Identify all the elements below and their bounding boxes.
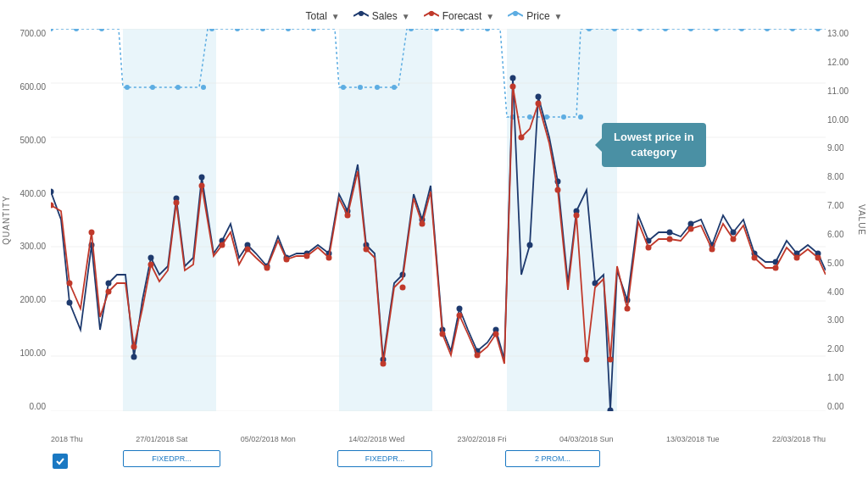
- main-chart-svg: [51, 29, 826, 411]
- svg-point-125: [752, 255, 758, 261]
- legend-forecast[interactable]: Forecast ▼: [424, 10, 495, 22]
- svg-point-17: [125, 85, 130, 90]
- y-axis-left-title: QUANTITY: [0, 29, 12, 411]
- svg-point-98: [245, 247, 251, 253]
- svg-point-117: [584, 357, 590, 363]
- svg-point-101: [304, 253, 310, 259]
- svg-point-109: [457, 313, 463, 319]
- y-axis-right: 13.00 12.00 11.00 10.00 9.00 8.00 7.00 6…: [822, 29, 856, 411]
- svg-point-107: [420, 221, 426, 227]
- svg-point-26: [341, 85, 346, 90]
- svg-point-72: [510, 75, 516, 81]
- svg-point-90: [67, 281, 73, 287]
- svg-point-37: [561, 114, 566, 120]
- svg-point-104: [364, 247, 370, 253]
- svg-point-100: [284, 257, 290, 263]
- svg-point-29: [392, 85, 397, 90]
- svg-point-43: [688, 29, 693, 31]
- svg-point-82: [688, 221, 694, 227]
- svg-point-112: [510, 84, 516, 90]
- legend-total[interactable]: Total ▼: [305, 10, 339, 22]
- svg-point-42: [663, 29, 668, 31]
- svg-point-103: [345, 213, 351, 219]
- promo-bar-3[interactable]: 2 PROM...: [505, 450, 600, 467]
- checkbox-icon[interactable]: [53, 454, 68, 469]
- svg-point-95: [174, 200, 180, 206]
- svg-point-1: [429, 11, 434, 16]
- svg-point-84: [731, 230, 737, 236]
- svg-point-110: [475, 353, 481, 359]
- svg-point-14: [51, 29, 53, 31]
- svg-point-102: [326, 255, 332, 261]
- svg-point-113: [519, 135, 525, 141]
- svg-point-24: [286, 29, 291, 31]
- legend-price[interactable]: Price ▼: [508, 10, 562, 22]
- svg-point-123: [709, 247, 715, 253]
- svg-point-48: [815, 29, 821, 31]
- y-axis-right-title: VALUE: [856, 29, 868, 411]
- svg-point-45: [739, 29, 744, 31]
- svg-point-92: [106, 289, 112, 295]
- svg-point-99: [264, 265, 270, 271]
- svg-point-81: [667, 230, 673, 236]
- svg-point-31: [434, 29, 439, 31]
- svg-point-118: [608, 357, 614, 363]
- svg-point-44: [714, 29, 719, 31]
- svg-point-49: [51, 189, 54, 195]
- y-axis-left: 700.00 600.00 500.00 400.00 300.00 200.0…: [12, 29, 51, 411]
- x-axis: 2018 Thu 27/01/2018 Sat 05/02/2018 Mon 1…: [51, 435, 826, 443]
- svg-point-126: [773, 265, 779, 271]
- svg-point-69: [457, 306, 463, 312]
- price-icon: [508, 10, 523, 22]
- promo-bar-2[interactable]: FIXEDPR...: [337, 450, 432, 467]
- svg-point-111: [493, 331, 499, 337]
- svg-point-41: [637, 29, 643, 31]
- svg-point-53: [131, 354, 137, 360]
- svg-point-27: [358, 85, 363, 90]
- forecast-icon: [424, 10, 439, 22]
- svg-point-18: [150, 85, 155, 90]
- svg-point-33: [485, 29, 490, 31]
- svg-point-73: [527, 242, 533, 248]
- legend-sales[interactable]: Sales ▼: [353, 10, 410, 22]
- svg-rect-4: [339, 29, 432, 411]
- svg-point-128: [815, 255, 821, 261]
- svg-point-23: [260, 29, 265, 31]
- svg-point-54: [148, 255, 154, 261]
- svg-point-91: [89, 230, 95, 236]
- svg-point-50: [67, 300, 73, 306]
- svg-point-127: [794, 255, 800, 261]
- svg-point-97: [220, 242, 225, 248]
- svg-point-116: [574, 213, 580, 219]
- svg-point-20: [201, 85, 206, 90]
- svg-point-115: [555, 187, 561, 193]
- svg-point-25: [311, 29, 316, 31]
- svg-point-56: [199, 175, 205, 181]
- svg-point-108: [440, 331, 446, 337]
- svg-point-35: [527, 114, 532, 120]
- svg-point-19: [175, 85, 181, 90]
- svg-point-74: [536, 94, 542, 100]
- svg-point-96: [199, 183, 205, 189]
- svg-point-105: [381, 361, 387, 367]
- svg-point-124: [731, 237, 737, 242]
- svg-point-106: [400, 285, 406, 291]
- svg-point-0: [359, 11, 364, 16]
- svg-point-46: [765, 29, 770, 31]
- svg-point-16: [99, 29, 104, 31]
- svg-point-22: [235, 29, 240, 31]
- chart-legend: Total ▼ Sales ▼ Forecast ▼ Price ▼: [0, 0, 868, 29]
- svg-point-15: [74, 29, 79, 31]
- svg-point-120: [646, 245, 652, 251]
- promo-bar-1[interactable]: FIXEDPR...: [123, 450, 220, 467]
- svg-point-122: [688, 226, 694, 232]
- svg-point-119: [625, 306, 631, 312]
- svg-point-114: [536, 101, 542, 107]
- svg-point-28: [375, 85, 380, 90]
- svg-point-121: [667, 237, 673, 242]
- sales-icon: [353, 10, 369, 22]
- svg-point-52: [106, 281, 112, 287]
- svg-point-94: [148, 262, 154, 268]
- svg-point-32: [459, 29, 465, 31]
- svg-point-2: [513, 11, 518, 16]
